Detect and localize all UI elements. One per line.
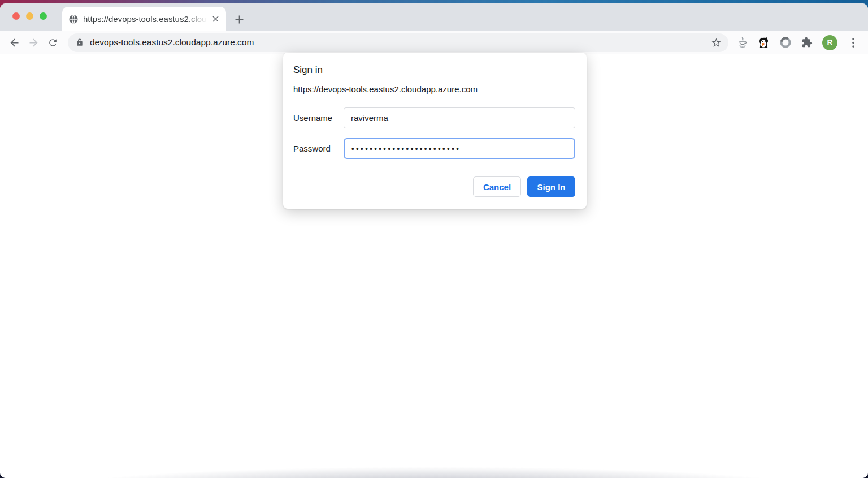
browser-window: https://devops-tools.eastus2.cloudapp.az… xyxy=(0,3,868,478)
window-controls xyxy=(12,12,47,20)
window-bottom-shadow xyxy=(0,461,868,478)
reload-button[interactable] xyxy=(43,33,62,52)
cat-extension-icon[interactable]: P xyxy=(758,37,770,49)
java-extension-icon[interactable] xyxy=(736,37,748,49)
circle-extension-icon[interactable] xyxy=(779,37,791,49)
svg-text:P: P xyxy=(762,42,765,46)
lock-icon[interactable] xyxy=(76,38,84,46)
toolbar-extensions-area: P R xyxy=(736,35,862,50)
tab-strip: https://devops-tools.eastus2.cloudapp.az… xyxy=(0,3,868,31)
password-label: Password xyxy=(293,144,344,153)
zoom-window-button[interactable] xyxy=(40,12,47,20)
bookmark-star-icon[interactable] xyxy=(711,37,722,48)
profile-avatar[interactable]: R xyxy=(822,35,837,50)
active-tab[interactable]: https://devops-tools.eastus2.cloudapp.az… xyxy=(62,7,226,31)
dialog-buttons: Cancel Sign In xyxy=(293,176,575,197)
username-input[interactable] xyxy=(344,107,575,128)
url-text[interactable]: devops-tools.eastus2.cloudapp.azure.com xyxy=(90,37,711,48)
cancel-button[interactable]: Cancel xyxy=(473,176,521,197)
page-content: Sign in https://devops-tools.eastus2.clo… xyxy=(0,54,868,478)
dialog-title: Sign in xyxy=(293,64,575,76)
new-tab-button[interactable] xyxy=(232,12,246,27)
extensions-puzzle-icon[interactable] xyxy=(801,37,813,49)
tab-title: https://devops-tools.eastus2.cloudapp.az… xyxy=(83,14,209,24)
tab-close-icon[interactable] xyxy=(209,13,222,25)
browser-menu-icon[interactable] xyxy=(847,37,859,49)
sign-in-button[interactable]: Sign In xyxy=(527,176,575,197)
back-button[interactable] xyxy=(5,33,24,52)
url-bar[interactable]: devops-tools.eastus2.cloudapp.azure.com xyxy=(68,33,728,52)
globe-favicon-icon xyxy=(69,15,78,24)
http-auth-dialog: Sign in https://devops-tools.eastus2.clo… xyxy=(283,53,587,209)
password-input[interactable] xyxy=(344,138,575,159)
password-row: Password xyxy=(293,138,575,159)
username-label: Username xyxy=(293,113,344,123)
minimize-window-button[interactable] xyxy=(26,12,33,20)
dialog-origin-url: https://devops-tools.eastus2.cloudapp.az… xyxy=(293,84,575,94)
close-window-button[interactable] xyxy=(12,12,20,20)
forward-button[interactable] xyxy=(24,33,43,52)
username-row: Username xyxy=(293,107,575,128)
browser-toolbar: devops-tools.eastus2.cloudapp.azure.com xyxy=(0,31,868,54)
